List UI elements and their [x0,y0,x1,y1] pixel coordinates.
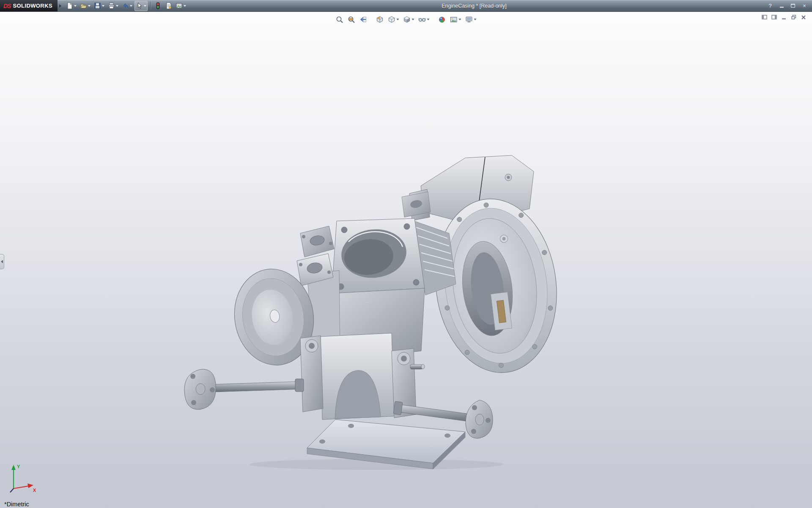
zoom-to-area-button[interactable] [346,14,357,25]
close-button[interactable]: × [801,3,808,9]
minimize-icon [780,4,784,8]
save-dropdown-icon[interactable] [102,5,104,7]
undo-icon [122,2,129,9]
save-button[interactable] [93,1,106,11]
print-icon [108,2,115,9]
undo-dropdown-icon[interactable] [130,5,132,7]
maximize-icon [791,4,795,8]
graphics-viewport[interactable]: Y X *Dimetric [0,12,812,508]
rebuild-button[interactable] [153,1,163,11]
edit-appearance-button[interactable] [437,14,447,25]
new-dropdown-icon[interactable] [74,5,77,7]
zoom-to-fit-button[interactable] [335,14,345,25]
open-icon [80,2,87,9]
view-orientation-dropdown-icon[interactable] [397,19,399,20]
zoom-to-fit-icon [336,16,344,24]
dassault-logo-icon: DS [3,3,11,9]
file-properties-icon [165,2,172,9]
window-controls: ? × [761,3,812,9]
y-axis-label: Y [17,464,20,469]
left-axle[interactable] [184,369,304,409]
apply-scene-icon [450,16,458,24]
new-document-icon [66,2,73,9]
view-orientation-button[interactable] [387,14,401,25]
view-orientation-label: *Dimetric [4,501,29,508]
display-style-button[interactable] [402,14,416,25]
toolbar-separator [150,2,151,10]
maximize-button[interactable] [790,3,796,9]
reference-triad: Y X [7,462,37,495]
options-icon [176,2,183,9]
file-properties-button[interactable] [164,1,173,11]
print-dropdown-icon[interactable] [116,5,118,7]
pane-right-button[interactable] [771,14,778,21]
previous-view-icon [359,16,368,24]
new-document-button[interactable] [65,1,78,11]
x-axis-label: X [33,488,36,493]
feature-manager-collapsed-tab[interactable] [0,254,4,269]
doc-close-button[interactable] [800,14,807,21]
doc-minimize-icon [781,14,787,20]
document-window-controls [761,14,807,21]
apply-scene-button[interactable] [449,14,463,25]
save-icon [94,2,101,9]
doc-restore-icon [791,14,797,20]
section-view-icon [376,16,384,24]
open-dropdown-icon[interactable] [88,5,91,7]
help-button[interactable]: ? [767,3,774,9]
options-dropdown-icon[interactable] [184,5,186,7]
titlebar: DS SOLIDWORKS [0,0,812,12]
hide-show-items-dropdown-icon[interactable] [427,19,430,20]
edit-appearance-icon [438,16,446,24]
doc-restore-button[interactable] [790,14,797,21]
undo-button[interactable] [121,1,134,11]
open-button[interactable] [79,1,92,11]
view-settings-dropdown-icon[interactable] [474,19,477,20]
doc-minimize-button[interactable] [781,14,787,21]
hide-show-items-icon [418,16,426,24]
expand-panel-icon [1,260,3,263]
view-orientation-icon [388,16,396,24]
view-settings-icon [465,16,473,24]
heads-up-toolbar [335,14,478,25]
rebuild-traffic-light-icon [154,2,162,9]
select-dropdown-icon[interactable] [144,5,146,7]
hide-show-items-button[interactable] [417,14,431,25]
options-button[interactable] [174,1,187,11]
view-settings-button[interactable] [464,14,478,25]
display-style-dropdown-icon[interactable] [412,19,414,20]
main-toolbar [65,1,187,11]
print-button[interactable] [107,1,120,11]
select-cursor-icon [136,2,143,9]
x-axis-arrow [27,483,33,488]
pane-right-icon [771,14,777,20]
engine-casing-model[interactable] [173,153,558,470]
dowel-pin[interactable] [410,364,425,370]
solidworks-logo: DS SOLIDWORKS [0,0,58,11]
y-axis-arrow [11,465,16,470]
section-view-button[interactable] [375,14,385,25]
previous-view-button[interactable] [358,14,369,25]
zoom-to-area-icon [348,16,356,24]
toolbar-grip-icon [59,4,61,8]
brand-name: SOLIDWORKS [13,3,52,9]
doc-close-icon [801,14,807,20]
window-title: EngineCasing * [Read-only] [187,3,761,9]
display-style-icon [403,16,411,24]
select-button[interactable] [134,1,148,11]
pane-left-icon [762,14,768,20]
minimize-button[interactable] [778,3,785,9]
pane-left-button[interactable] [761,14,768,21]
apply-scene-dropdown-icon[interactable] [459,19,461,20]
